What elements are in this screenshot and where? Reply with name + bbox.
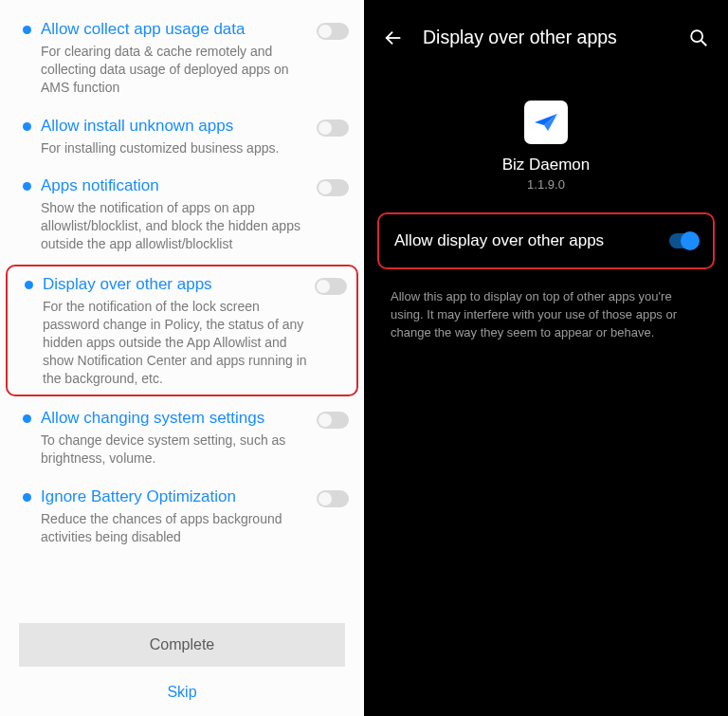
permission-title: Allow collect app usage data: [41, 19, 309, 41]
permission-desc: To change device system setting, such as…: [41, 431, 309, 468]
permission-desc: For installing customized business apps.: [41, 139, 309, 157]
setting-description: Allow this app to display on top of othe…: [364, 279, 728, 342]
permission-install-unknown[interactable]: Allow install unknown apps For installin…: [0, 106, 364, 167]
toggle-switch[interactable]: [317, 490, 349, 507]
bullet-icon: [23, 26, 31, 34]
permission-battery-optimization[interactable]: Ignore Battery Optimization Reduce the c…: [0, 477, 364, 556]
system-display-over-apps-screen: Display over other apps Biz Daemon 1.1.9…: [364, 0, 728, 716]
toggle-switch[interactable]: [317, 119, 349, 137]
permission-title: Ignore Battery Optimization: [41, 487, 309, 508]
bullet-icon: [25, 281, 33, 289]
back-arrow-icon[interactable]: [383, 28, 404, 48]
toggle-switch[interactable]: [669, 233, 698, 248]
permission-title: Allow changing system settings: [41, 408, 309, 430]
setting-label: Allow display over other apps: [394, 231, 669, 250]
permission-title: Allow install unknown apps: [41, 116, 309, 138]
toggle-switch[interactable]: [317, 179, 349, 196]
app-icon: [524, 101, 568, 144]
permissions-list-screen: Allow collect app usage data For clearin…: [0, 0, 364, 716]
toggle-switch[interactable]: [315, 278, 347, 295]
app-version: 1.1.9.0: [364, 177, 728, 192]
app-name: Biz Daemon: [364, 156, 728, 174]
permission-title: Apps notification: [41, 175, 309, 197]
permission-text: Allow changing system settings To change…: [41, 408, 317, 468]
permission-desc: Show the notification of apps on app all…: [41, 199, 309, 253]
svg-point-1: [691, 30, 702, 42]
permission-text: Display over other apps For the notifica…: [43, 274, 315, 387]
permission-text: Ignore Battery Optimization Reduce the c…: [41, 487, 317, 546]
app-bar: Display over other apps: [364, 0, 728, 67]
skip-button[interactable]: Skip: [19, 678, 345, 707]
bullet-icon: [23, 493, 31, 502]
permission-display-over-apps[interactable]: Display over other apps For the notifica…: [6, 265, 358, 396]
permission-apps-notification[interactable]: Apps notification Show the notification …: [0, 166, 364, 263]
bullet-icon: [23, 122, 31, 131]
app-info: Biz Daemon 1.1.9.0: [364, 101, 728, 192]
bullet-icon: [23, 182, 31, 191]
permission-title: Display over other apps: [43, 274, 307, 296]
permission-text: Allow collect app usage data For clearin…: [41, 19, 317, 97]
complete-button[interactable]: Complete: [19, 623, 345, 667]
search-icon[interactable]: [688, 28, 709, 48]
permission-desc: For the notification of the lock screen …: [43, 298, 307, 387]
permission-usage-data[interactable]: Allow collect app usage data For clearin…: [0, 9, 364, 106]
permission-desc: Reduce the chances of apps background ac…: [41, 510, 309, 546]
page-title: Display over other apps: [423, 27, 688, 48]
bullet-icon: [23, 414, 31, 423]
bottom-bar: Complete Skip: [0, 617, 364, 716]
toggle-switch[interactable]: [317, 23, 349, 40]
permission-text: Apps notification Show the notification …: [41, 175, 317, 253]
toggle-switch[interactable]: [317, 412, 349, 429]
paper-plane-icon: [532, 108, 560, 137]
permission-desc: For clearing data & cache remotely and c…: [41, 43, 309, 97]
permission-text: Allow install unknown apps For installin…: [41, 116, 317, 157]
svg-line-2: [701, 40, 707, 46]
allow-display-over-row[interactable]: Allow display over other apps: [377, 212, 715, 269]
permission-change-system-settings[interactable]: Allow changing system settings To change…: [0, 398, 364, 477]
